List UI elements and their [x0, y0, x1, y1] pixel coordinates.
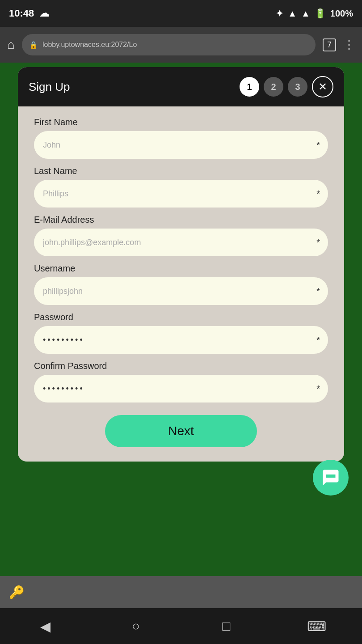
- cloud-sync-icon: ☁: [39, 8, 49, 19]
- username-wrapper: *: [34, 277, 328, 305]
- lock-icon: 🔒: [29, 41, 38, 49]
- next-button[interactable]: Next: [105, 415, 257, 447]
- status-bar: 10:48 ☁ ✦ ▲ ▲ 🔋 100%: [0, 0, 362, 27]
- url-text: lobby.uptownaces.eu:2072/Lo: [42, 41, 137, 49]
- nav-home-button[interactable]: ○: [122, 613, 149, 640]
- username-label: Username: [34, 263, 328, 274]
- email-input[interactable]: [34, 229, 328, 256]
- nav-back-button[interactable]: ◀: [32, 613, 59, 640]
- tabs-button[interactable]: 7: [323, 38, 336, 51]
- wifi-icon: ▲: [288, 8, 297, 19]
- modal-title: Sign Up: [29, 80, 70, 94]
- modal-header: Sign Up 1 2 3 ✕: [18, 67, 344, 106]
- username-input[interactable]: [34, 277, 328, 305]
- first-name-input[interactable]: [34, 131, 328, 159]
- modal-overlay: Sign Up 1 2 3 ✕ First Name: [0, 63, 362, 576]
- chat-fab-button[interactable]: [313, 460, 349, 496]
- email-label: E-Mail Address: [34, 215, 328, 225]
- confirm-password-wrapper: *: [34, 375, 328, 402]
- password-input[interactable]: [34, 326, 328, 354]
- step-3-circle[interactable]: 3: [288, 77, 307, 97]
- key-toolbar: 🔑: [0, 576, 362, 608]
- chat-icon: [321, 468, 340, 487]
- nav-keyboard-button[interactable]: ⌨: [303, 613, 330, 640]
- password-label: Password: [34, 312, 328, 322]
- first-name-wrapper: *: [34, 131, 328, 159]
- signal-icon: ▲: [301, 8, 310, 19]
- email-wrapper: *: [34, 229, 328, 256]
- key-icon: 🔑: [9, 585, 25, 600]
- signup-modal: Sign Up 1 2 3 ✕ First Name: [18, 67, 344, 462]
- battery-icon: 🔋: [315, 8, 326, 19]
- time-display: 10:48: [9, 8, 34, 19]
- last-name-label: Last Name: [34, 166, 328, 176]
- confirm-password-input[interactable]: [34, 375, 328, 402]
- page-background: Sign Up 1 2 3 ✕ First Name: [0, 63, 362, 576]
- modal-steps: 1 2 3 ✕: [240, 76, 333, 97]
- confirm-password-label: Confirm Password: [34, 361, 328, 371]
- last-name-input[interactable]: [34, 180, 328, 208]
- browser-menu-button[interactable]: ⋮: [343, 38, 355, 52]
- step-2-circle[interactable]: 2: [264, 77, 283, 97]
- nav-bar: ◀ ○ □ ⌨: [0, 608, 362, 644]
- password-wrapper: *: [34, 326, 328, 354]
- bluetooth-icon: ✦: [276, 8, 283, 19]
- step-1-circle[interactable]: 1: [240, 77, 259, 97]
- last-name-wrapper: *: [34, 180, 328, 208]
- browser-bar: ⌂ 🔒 lobby.uptownaces.eu:2072/Lo 7 ⋮: [0, 27, 362, 63]
- url-bar[interactable]: 🔒 lobby.uptownaces.eu:2072/Lo: [22, 34, 316, 55]
- first-name-label: First Name: [34, 117, 328, 127]
- nav-recent-button[interactable]: □: [213, 613, 240, 640]
- modal-body: First Name * Last Name * E-Mail Address …: [18, 106, 344, 462]
- battery-percent: 100%: [330, 8, 353, 19]
- modal-close-button[interactable]: ✕: [312, 76, 333, 97]
- browser-home-button[interactable]: ⌂: [7, 38, 15, 52]
